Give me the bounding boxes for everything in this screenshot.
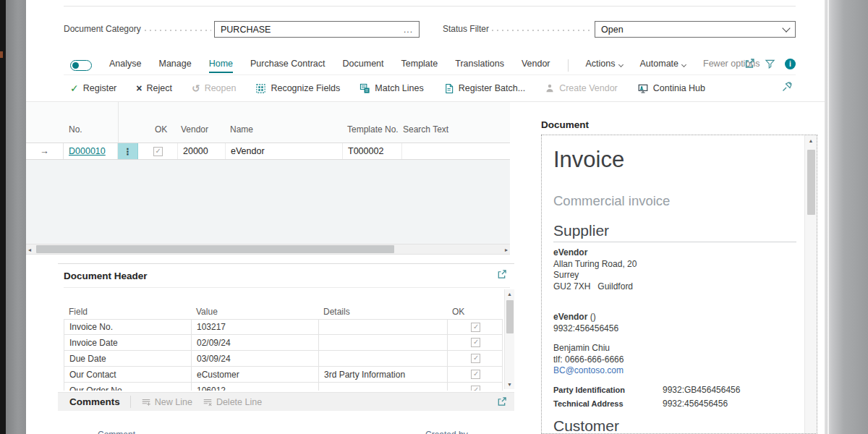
document-preview[interactable]: Invoice Commercial invoice Supplier eVen… [541,135,817,434]
column-header-ok[interactable]: OK [447,305,503,319]
delete-line-icon [203,397,213,407]
tab-analyse[interactable]: Analyse [109,59,141,72]
status-filter-select[interactable]: Open [595,21,796,38]
register-batch-button[interactable]: Register Batch... [443,83,525,94]
ribbon-divider [64,75,796,75]
check-icon: ✓ [70,82,79,94]
search-text-cell[interactable] [402,143,510,159]
column-header-ok[interactable]: OK [155,124,167,135]
field-cell[interactable]: Our Contact [64,367,192,382]
document-header-title: Document Header [64,271,148,281]
register-batch-icon [443,83,454,94]
table-row[interactable]: → D000010 ⋮ 20000 eVendor T000002 [26,142,510,160]
column-header-vendor[interactable]: Vendor [181,124,208,135]
table-row[interactable]: Our Order No. 106012 [64,383,503,391]
field-cell[interactable]: Due Date [64,351,192,366]
scroll-down-icon[interactable]: ▼ [505,382,514,387]
worksheet-empty-area [26,160,510,244]
field-cell[interactable]: Invoice No. [64,320,192,334]
reject-button[interactable]: ×Reject [136,82,172,94]
document-category-leader [145,30,211,31]
scroll-up-icon[interactable]: ▲ [805,138,817,143]
tab-template[interactable]: Template [401,59,438,72]
details-cell[interactable]: 3rd Party Information [319,367,448,382]
assist-edit-button[interactable]: ... [404,25,413,35]
column-header-value[interactable]: Value [191,305,318,319]
tab-translations[interactable]: Translations [455,59,504,72]
scrollbar-thumb[interactable] [506,300,514,333]
template-no-cell[interactable]: T000002 [343,143,402,159]
recognize-fields-button[interactable]: Recognize Fields [255,83,340,94]
name-cell[interactable]: eVendor [226,143,343,159]
document-no-link[interactable]: D000010 [69,146,106,156]
unpin-icon[interactable] [781,81,793,93]
column-header-name[interactable]: Name [230,124,253,135]
column-header-field[interactable]: Field [64,305,191,319]
tab-vendor[interactable]: Vendor [522,59,550,72]
analyse-toggle[interactable] [70,60,92,71]
top-divider [64,6,796,7]
field-cell[interactable]: Our Order No. [64,383,192,391]
column-header-search-text[interactable]: Search Text [403,124,448,135]
column-header-details[interactable]: Details [318,305,447,319]
register-button[interactable]: ✓Register [70,82,116,94]
details-cell[interactable] [319,351,448,366]
match-lines-button[interactable]: Match Lines [359,83,423,94]
document-category-label: Document Category [64,24,141,34]
invoice-title: Invoice [553,147,624,173]
cell-menu-button[interactable]: ⋮ [118,143,138,159]
value-cell[interactable]: 103217 [192,320,319,334]
reopen-button: ↺Reopen [192,82,237,94]
vendor-cell[interactable]: 20000 [178,143,226,159]
tab-home[interactable]: Home [209,59,233,72]
details-cell[interactable] [319,335,448,350]
tab-manage[interactable]: Manage [158,59,191,72]
scrollbar-thumb[interactable] [36,245,394,253]
preview-vertical-scrollbar[interactable]: ▲ [804,135,817,433]
details-cell[interactable] [319,383,448,391]
document-category-value[interactable]: PURCHASE [221,25,404,35]
field-cell[interactable]: Invoice Date [64,335,192,350]
new-line-button: New Line [141,397,192,407]
scrollbar-thumb[interactable] [807,150,815,215]
match-lines-icon [359,83,370,94]
share-icon[interactable] [496,396,507,407]
menu-actions[interactable]: Actions [586,59,623,72]
column-header-no[interactable]: No. [69,124,82,135]
document-category-field[interactable]: PURCHASE ... [214,21,420,38]
share-icon[interactable] [744,58,755,69]
vertical-scrollbar[interactable]: ▲ ▼ [504,289,514,389]
scroll-up-icon[interactable]: ▲ [505,292,514,297]
details-cell[interactable] [319,320,448,334]
table-row[interactable]: Invoice Date 02/09/24 [64,335,503,351]
supplier-name: eVendor [553,247,587,259]
window-left-marker [0,51,3,58]
value-cell[interactable]: 03/09/24 [192,351,319,366]
contact-phone: tlf: 0666-666-6666 [553,354,624,366]
table-row[interactable]: Due Date 03/09/24 [64,351,503,367]
supplier-heading: Supplier [553,222,609,239]
value-cell[interactable]: eCustomer [192,367,319,382]
field-table-header: Field Value Details OK [64,305,503,319]
horizontal-scrollbar[interactable]: ◂ ▸ [26,244,510,255]
contact-name: Benjamin Chiu [553,343,610,354]
tab-purchase-contract[interactable]: Purchase Contract [250,59,326,72]
menu-automate[interactable]: Automate [640,59,686,72]
tab-document[interactable]: Document [343,59,384,72]
table-row[interactable]: Our Contact eCustomer 3rd Party Informat… [64,367,503,383]
table-row[interactable]: Invoice No. 103217 [64,319,503,335]
value-cell[interactable]: 02/09/24 [192,335,319,350]
scroll-left-icon[interactable]: ◂ [28,244,31,255]
continia-hub-button[interactable]: Continia Hub [637,83,705,94]
column-header-template-no[interactable]: Template No. [347,124,399,135]
window-right-strip [825,0,868,434]
share-icon[interactable] [496,269,507,280]
ribbon-icon-group: i [744,58,796,69]
status-filter-value[interactable]: Open [601,25,783,35]
reopen-icon: ↺ [192,82,200,94]
filter-icon[interactable] [765,59,775,69]
contact-email-link[interactable]: BC@contoso.com [553,365,624,377]
info-icon[interactable]: i [785,59,796,69]
scroll-right-icon[interactable]: ▸ [505,244,508,255]
value-cell[interactable]: 106012 [192,383,319,391]
